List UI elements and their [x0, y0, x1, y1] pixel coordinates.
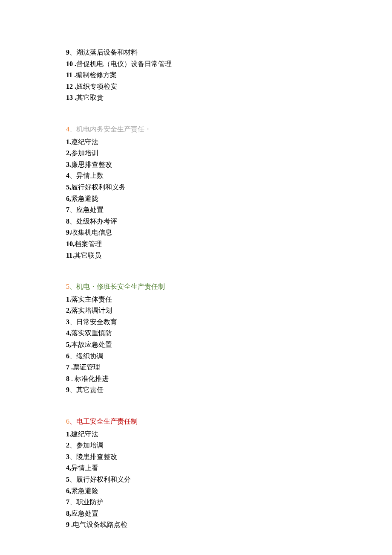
item-separator: . — [73, 60, 76, 67]
item-number: 10, — [66, 240, 75, 247]
item-text: 电气设备线路点检 — [73, 521, 127, 528]
item-separator: 、 — [69, 49, 76, 56]
item-text: 应急处置 — [76, 206, 104, 213]
item-separator: 、 — [69, 352, 76, 360]
item-number: 5, — [66, 183, 71, 191]
list-item: 6、缎织协调 — [66, 351, 392, 362]
item-number: 8 — [66, 375, 69, 382]
item-text: 票证管理 — [73, 363, 100, 371]
list-item: 1.遵纪守法 — [66, 137, 392, 148]
item-text: 落实培调计划 — [71, 307, 112, 314]
list-item: 6,紧急避险 — [66, 485, 392, 497]
item-text: 处级杯办考评 — [76, 218, 117, 225]
list-item: 5,履行好权利和义务 — [66, 182, 392, 193]
item-number: 7 — [66, 206, 69, 213]
item-number: 2, — [66, 307, 71, 314]
item-text: 参加培训 — [71, 149, 98, 157]
list-item: 6,紧急避陇 — [66, 193, 392, 204]
item-number: 9. — [66, 229, 71, 236]
list-item: 10 .督促机电（电仪）设备日常管理 — [66, 58, 392, 70]
section-4: 4、机电内务安全生产责任・ 1.遵纪守法 2,参加培训 3.廉思排查整改 4、异… — [66, 124, 392, 261]
item-text: 收集机电信息 — [71, 229, 112, 236]
item-text: 参加培调 — [76, 442, 104, 449]
item-number: 9 — [66, 386, 69, 393]
list-item: 7 .票证管理 — [66, 362, 392, 373]
item-text: 应急处置 — [71, 510, 98, 517]
item-number: 7 — [66, 363, 69, 371]
list-item: 1.落实主体责任 — [66, 294, 392, 305]
item-number: 5 — [66, 476, 69, 483]
item-number: 2 — [66, 442, 69, 449]
item-text: 落实主体责任 — [71, 296, 112, 303]
item-text: 落实双重慎防 — [71, 329, 112, 337]
item-separator: . — [73, 94, 76, 101]
section-0: 9、湖汰落后设备和材料 10 .督促机电（电仪）设备日常管理 11 .编制检修方… — [66, 47, 392, 103]
item-text: 建纪守法 — [71, 430, 98, 438]
item-text: 异情上看 — [71, 464, 98, 471]
item-text: 紧急避险 — [71, 487, 98, 494]
item-number: 8, — [66, 510, 71, 517]
item-text: 履行好权利和义务 — [71, 183, 126, 191]
list-item: 11 .编制检修方案 — [66, 70, 392, 81]
item-text: 廉思排查整改 — [71, 161, 112, 168]
item-text: 遵纪守法 — [71, 138, 98, 145]
item-number: 3. — [66, 161, 71, 168]
item-number: 11 — [66, 71, 72, 78]
item-separator: . — [73, 83, 76, 90]
item-number: 5, — [66, 341, 71, 348]
item-text: 其它责任 — [76, 386, 104, 393]
item-number: 1. — [66, 430, 71, 438]
item-number: 9 — [66, 521, 69, 528]
item-separator: 、 — [69, 476, 76, 483]
item-number: 9 — [66, 49, 69, 56]
list-item: 9、其它责任 — [66, 384, 392, 395]
item-separator: 、 — [69, 498, 76, 506]
item-separator: 、 — [69, 218, 76, 225]
item-number: 6, — [66, 487, 71, 494]
heading-text: 机电内务安全生产责任・ — [76, 125, 151, 133]
item-separator: . — [72, 71, 76, 78]
item-number: 6, — [66, 195, 71, 202]
heading-text: 电工安全生产责任制 — [76, 418, 138, 425]
item-text: 异情上数 — [76, 172, 104, 179]
item-number: 4, — [66, 464, 71, 471]
list-item: 12 .妞织专项检安 — [66, 81, 392, 92]
item-separator: . — [69, 375, 75, 382]
item-number: 2, — [66, 149, 71, 157]
item-text: 履行好权利和义分 — [76, 476, 131, 483]
item-text: 其它联员 — [74, 252, 101, 259]
item-number: 3 — [66, 318, 69, 325]
item-separator: 、 — [69, 386, 76, 393]
list-item: 5,本故应急处置 — [66, 339, 392, 350]
item-number: 1. — [66, 296, 71, 303]
item-separator: 、 — [69, 172, 76, 179]
list-item: 3、陵患排查整改 — [66, 451, 392, 462]
item-number: 6 — [66, 352, 69, 360]
heading-number: 5 — [66, 283, 69, 290]
list-item: 8、处级杯办考评 — [66, 216, 392, 227]
item-text: 编制检修方案 — [76, 71, 117, 78]
list-item: 2、参加培调 — [66, 440, 392, 451]
item-text: 紧急避陇 — [71, 195, 98, 202]
section-heading-6: 6、电工安全生产责任制 — [66, 416, 392, 427]
list-item: 3.廉思排查整改 — [66, 159, 392, 170]
section-heading-4: 4、机电内务安全生产责任・ — [66, 124, 392, 135]
item-number: 13 — [66, 94, 73, 101]
item-number: 1. — [66, 138, 71, 145]
item-text: 日常安全教育 — [76, 318, 117, 325]
item-number: 10 — [66, 60, 73, 67]
item-number: 4, — [66, 329, 71, 337]
section-6: 6、电工安全生产责任制 1.建纪守法 2、参加培调 3、陵患排查整改 4,异情上… — [66, 416, 392, 530]
list-item: 4,落实双重慎防 — [66, 328, 392, 339]
list-item: 8 . 标准化推进 — [66, 373, 392, 384]
item-text: 湖汰落后设备和材料 — [76, 49, 138, 56]
item-text: 其它取贵 — [76, 94, 104, 101]
list-item: 3、日常安全教育 — [66, 317, 392, 328]
item-text: 妞织专项检安 — [76, 83, 117, 90]
list-item: 2,落实培调计划 — [66, 305, 392, 316]
item-separator: . — [69, 363, 73, 371]
list-item: 13 .其它取贵 — [66, 92, 392, 103]
item-text: 陵患排查整改 — [76, 453, 117, 460]
list-item: 5、履行好权利和义分 — [66, 474, 392, 485]
item-number: 12 — [66, 83, 73, 90]
